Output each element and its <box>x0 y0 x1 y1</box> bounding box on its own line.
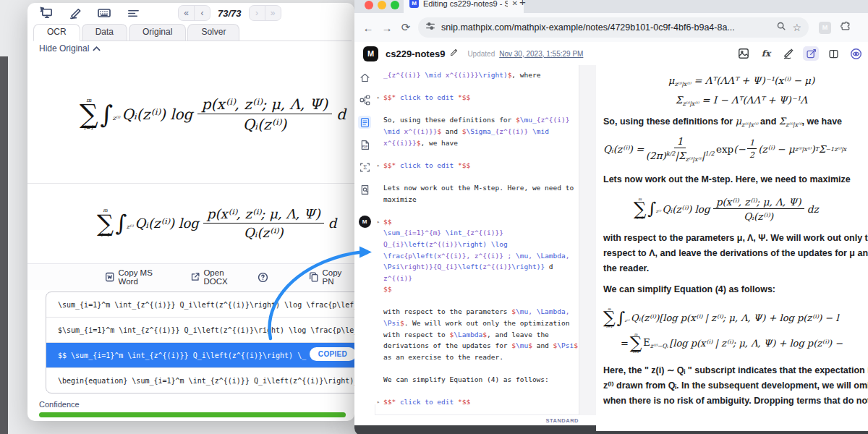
copied-badge: COPIED <box>310 347 354 361</box>
split-view-button[interactable] <box>825 46 841 61</box>
editor-line[interactable]: z^{(i)} <box>383 273 579 284</box>
lines-format-icon[interactable] <box>126 6 140 20</box>
reload-button[interactable]: ⟳ <box>396 21 415 34</box>
extensions-puzzle-icon[interactable] <box>840 20 851 35</box>
tab-solver[interactable]: Solver <box>187 24 239 41</box>
tab-close-icon[interactable]: ✕ <box>512 0 518 7</box>
prev-page-button[interactable]: ‹ <box>195 6 210 20</box>
preview-paragraph: Here, the " z(i) ∼ Qᵢ " subscript indica… <box>603 363 868 409</box>
last-page-button[interactable]: » <box>265 6 281 20</box>
browser-tab[interactable]: M Editing cs229-notes9 - Snip ✕ <box>404 0 524 13</box>
sidebar-snip-sigma-icon[interactable]: Σ <box>358 161 371 174</box>
editor-line[interactable] <box>383 103 579 115</box>
edit-mode-button[interactable] <box>803 46 819 61</box>
browser-window: M Editing cs229-notes9 - Snip ✕ + ← → ⟳ … <box>354 0 868 434</box>
url-text: snip.mathpix.com/mathpix-example/notes/4… <box>441 22 770 33</box>
maximize-window-button[interactable] <box>391 1 399 9</box>
editor-line[interactable]: Lets now work out the M-step. Here, we n… <box>383 182 579 194</box>
browser-toolbar: ← → ⟳ snip.mathpix.com/mathpix-example/n… <box>354 13 868 42</box>
forward-button[interactable]: → <box>378 22 396 34</box>
tab-data[interactable]: Data <box>82 24 127 41</box>
preview-q-equation: Qᵢ(z⁽ⁱ⁾) = 1(2π)k/2|Σz⁽ⁱ⁾|x⁽ⁱ⁾|1/2 exp (… <box>603 135 868 163</box>
insert-image-icon[interactable] <box>736 46 752 61</box>
editor-line[interactable]: Q_{i}\left(z^{(i)}\right) \log <box>383 239 579 250</box>
sidebar-pdf-icon[interactable]: PDF <box>358 138 371 151</box>
latex-variant-row[interactable]: \sum_{i=1}^m \int_{z^{(i)}} Q_i\left(z^{… <box>46 292 354 318</box>
close-window-button[interactable] <box>365 1 373 9</box>
editor-line[interactable] <box>383 148 579 160</box>
sidebar-home-icon[interactable] <box>358 71 371 84</box>
insert-equation-icon[interactable]: fx <box>758 46 774 61</box>
keyboard-icon[interactable] <box>97 6 111 20</box>
zoom-magnifier-icon[interactable] <box>776 21 786 34</box>
editor-line[interactable] <box>383 295 579 307</box>
draw-pen-icon[interactable] <box>68 6 82 20</box>
latex-variant-row[interactable]: $\sum_{i=1}^m \int_{z^{(i)}} Q_i\left(z^… <box>46 318 354 343</box>
editor-line[interactable]: with respect to the parameters $\mu, \La… <box>383 306 579 318</box>
editor-line[interactable] <box>383 205 579 216</box>
editor-line[interactable]: \Psi$. We will work out only the optimiz… <box>383 318 579 329</box>
editor-line[interactable]: ▸$$ <box>383 216 579 228</box>
minimize-window-button[interactable] <box>378 1 386 9</box>
new-tab-button[interactable]: + <box>519 0 526 8</box>
editor-line[interactable]: \mid x^{(i)}}$ and $\Sigma_{z^{(i)} \mid <box>383 126 579 137</box>
help-button[interactable] <box>258 272 268 283</box>
pane-divider[interactable] <box>579 65 597 415</box>
handwriting-icon[interactable] <box>780 46 796 61</box>
confidence-bar <box>39 412 346 417</box>
sidebar-tree-icon[interactable] <box>358 93 371 106</box>
editor-line[interactable]: ▸$$* click to edit *$$ <box>383 396 579 404</box>
copy-png-button[interactable]: Copy PN <box>309 268 354 286</box>
editor-line[interactable] <box>383 171 579 182</box>
export-action-bar: Copy MS Word Open DOCX Copy PN <box>27 263 354 290</box>
fold-marker-icon[interactable]: ▸ <box>377 161 380 172</box>
open-docx-button[interactable]: Open DOCX <box>190 268 249 286</box>
editor-line[interactable]: \sum_{i=1}^{m} \int_{z^{(i)}} <box>383 227 579 239</box>
editor-line[interactable] <box>383 81 579 93</box>
editor-line[interactable]: We can simplify Equation (4) as follows: <box>383 374 579 386</box>
latex-variant-row[interactable]: \begin{equation} \sum_{i=1}^m \int_{z^{(… <box>46 368 354 393</box>
tab-ocr[interactable]: OCR <box>33 24 80 41</box>
editor-line[interactable]: with respect to $\Lambda$, and leave the <box>383 329 579 341</box>
tab-original[interactable]: Original <box>129 24 186 41</box>
fold-marker-icon[interactable]: ▸ <box>377 397 380 404</box>
browser-tab-strip: M Editing cs229-notes9 - Snip ✕ + <box>354 0 868 13</box>
preview-paragraph: So, using these definitions for μz⁽ⁱ⁾|x⁽… <box>603 116 868 128</box>
updated-timestamp[interactable]: Nov 30, 2023, 1:55:29 PM <box>499 50 583 58</box>
screenshot-snip-icon[interactable] <box>39 6 54 20</box>
editor-line[interactable]: as an exercise to the reader. <box>383 352 579 363</box>
markdown-editor[interactable]: _{z^{(i)} \mid x^{(i)}}\right)$, where ▸… <box>375 65 579 404</box>
sidebar-notes-icon[interactable] <box>358 116 371 129</box>
address-bar[interactable]: snip.mathpix.com/mathpix-example/notes/4… <box>418 17 809 38</box>
sidebar-search-doc-icon[interactable] <box>358 183 371 196</box>
preview-eye-button[interactable] <box>848 46 864 61</box>
first-page-button[interactable]: « <box>179 6 195 20</box>
editor-line[interactable]: maximize <box>383 194 579 205</box>
site-settings-icon[interactable] <box>425 21 435 34</box>
editor-line[interactable]: ▸$$* click to edit *$$ <box>383 160 579 171</box>
copy-ms-word-button[interactable]: Copy MS Word <box>105 268 173 286</box>
bookmark-star-icon[interactable]: ☆ <box>792 22 801 33</box>
editor-line[interactable]: \frac{p\left(x^{(i)}, z^{(i)} ; \mu, \La… <box>383 250 579 262</box>
editor-line[interactable] <box>383 386 579 397</box>
editor-line[interactable]: \Psi\right)}{Q_{i}\left(z^{(i)}\right)} … <box>383 261 579 273</box>
mathpix-logo: M <box>363 46 378 61</box>
preview-paragraph: with respect to the parameters μ, Λ, Ψ. … <box>603 231 868 276</box>
fold-marker-icon[interactable]: ▸ <box>377 93 380 104</box>
editor-line[interactable]: ▸$$* click to edit *$$ <box>383 92 579 103</box>
user-avatar[interactable]: M <box>359 216 371 228</box>
editor-line[interactable] <box>383 362 579 374</box>
editor-line[interactable]: derivations of the updates for $\mu$ and… <box>383 340 579 352</box>
mathpix-extension-icon[interactable]: M <box>819 22 831 34</box>
editor-line[interactable]: $$ <box>383 284 579 295</box>
next-page-button[interactable]: › <box>250 6 265 20</box>
back-button[interactable]: ← <box>359 22 378 34</box>
editor-line[interactable]: So, using these definitions for $\mu_{z^… <box>383 114 579 126</box>
snip-tabs: OCRDataOriginalSolver <box>33 24 352 41</box>
latex-variant-row[interactable]: $$ \sum_{i=1}^m \int_{z^{(i)}} Q_i\left(… <box>46 343 354 368</box>
rendered-preview: μz⁽ⁱ⁾|x⁽ⁱ⁾ = Λᵀ(ΛΛᵀ + Ψ)⁻¹(x⁽ⁱ⁾ − μ) Σz⁽… <box>596 65 868 431</box>
editor-line[interactable]: x^{(i)}}$, we have <box>383 137 579 149</box>
rename-pencil-icon[interactable] <box>449 47 459 60</box>
fold-marker-icon[interactable]: ▸ <box>377 217 380 229</box>
editor-line[interactable]: _{z^{(i)} \mid x^{(i)}}\right)$, where <box>383 69 579 81</box>
